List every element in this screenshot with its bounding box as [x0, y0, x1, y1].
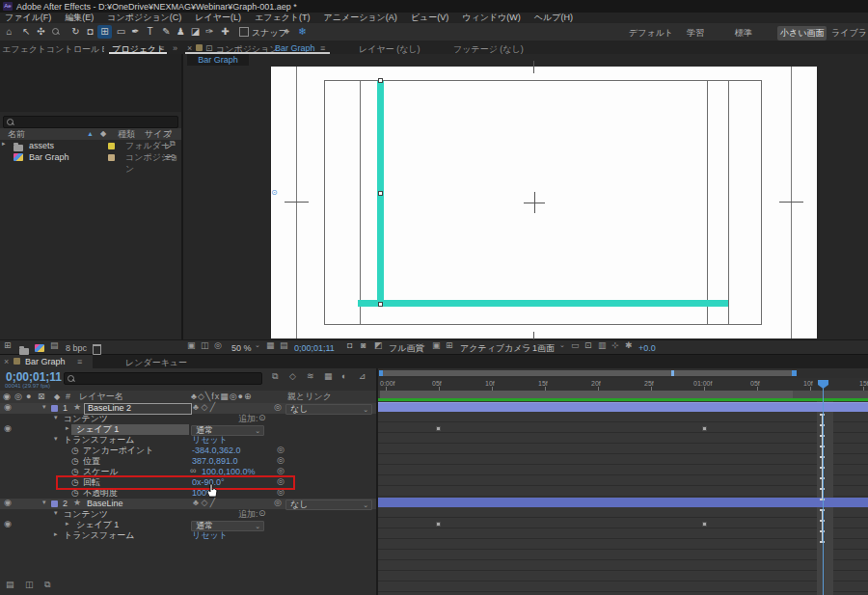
viewer-comp-tab[interactable]: Bar Graph: [187, 54, 249, 66]
channel-icon[interactable]: ◩: [374, 341, 383, 350]
project-row-bar-graph[interactable]: Bar Graph コンポジション 29: [0, 151, 181, 163]
keyframe[interactable]: [702, 426, 707, 431]
twirl-down-icon[interactable]: ▾: [54, 509, 58, 516]
eye-icon[interactable]: ◉: [4, 520, 12, 528]
property-row-anchor[interactable]: ◷ アンカーポイント -384.0,362.0 ◎: [0, 446, 376, 456]
reset-link[interactable]: リセット: [192, 435, 228, 446]
timeline-tab-active[interactable]: × Bar Graph ≡: [0, 355, 93, 368]
project-flowchart-icon[interactable]: ⊞: [4, 341, 12, 350]
composition-mini-flowchart-icon[interactable]: ⧉: [272, 372, 278, 381]
main-viewer-icon[interactable]: ◫: [201, 341, 209, 350]
camera-tool-icon[interactable]: ◘: [83, 25, 97, 39]
type-tool-icon[interactable]: T: [143, 25, 157, 39]
property-row-scale[interactable]: ◷ スケール ∞ 100.0,100.0% ◎: [0, 467, 376, 477]
graph-include-icon[interactable]: ◎: [277, 488, 285, 497]
layer-label-color[interactable]: [51, 405, 58, 412]
graph-frame-line[interactable]: [296, 67, 297, 338]
selection-handle[interactable]: [378, 191, 383, 196]
navigator-start-handle[interactable]: [379, 370, 383, 376]
keyframe[interactable]: [436, 426, 441, 431]
workspace-tab-learn[interactable]: 学習: [687, 27, 704, 40]
layer-switches-icons[interactable]: ♣ ◇ ╱: [193, 403, 215, 412]
frame-blending-icon[interactable]: ▦: [324, 372, 333, 381]
playhead-line[interactable]: [823, 382, 824, 595]
flowchart-button-icon[interactable]: ⊹: [611, 341, 619, 350]
twirl-down-icon[interactable]: ▾: [54, 435, 58, 442]
time-navigator-bar[interactable]: [380, 370, 795, 376]
share-frame-icon[interactable]: ◎: [214, 341, 222, 350]
selection-handle[interactable]: [378, 302, 383, 307]
layout-chevron-icon[interactable]: ⌄: [559, 341, 565, 348]
pick-whip-icon[interactable]: ◎: [274, 499, 282, 507]
navigator-end-handle[interactable]: [792, 370, 797, 376]
color-depth-icon[interactable]: ▤: [50, 341, 59, 350]
pick-whip-icon[interactable]: ◎: [274, 403, 282, 412]
pen-tool-icon[interactable]: ✒: [128, 25, 143, 39]
pan-behind-tool-icon[interactable]: ⊞: [97, 25, 112, 39]
sort-ascending-icon[interactable]: ▲: [87, 128, 94, 140]
workspace-tab-small-screen[interactable]: 小さい画面: [777, 26, 827, 41]
current-timecode[interactable]: 0;00;01;11: [6, 370, 62, 384]
rotation-tool-icon[interactable]: ↻: [68, 25, 83, 39]
add-property-icon[interactable]: ⊙: [258, 509, 266, 518]
expand-inout-icon[interactable]: ⧉: [44, 581, 50, 589]
property-value[interactable]: 387.0,891.0: [192, 456, 238, 467]
label-color-swatch[interactable]: [108, 143, 115, 149]
project-row-assets[interactable]: ▸ assets フォルダー ⧉: [0, 140, 181, 151]
twirl-right-icon[interactable]: ▸: [66, 424, 69, 431]
graph-include-icon[interactable]: ◎: [277, 477, 285, 486]
quality-dropdown[interactable]: フル画質: [389, 341, 423, 355]
group-row-transform[interactable]: ▸ トランスフォーム リセット: [0, 530, 376, 541]
hide-shy-layers-icon[interactable]: ≋: [307, 372, 314, 381]
more-tabs-chevron-icon[interactable]: »: [173, 43, 177, 53]
pixel-aspect-icon[interactable]: ▭: [571, 341, 580, 350]
work-area-bar[interactable]: [380, 391, 793, 398]
home-tool-icon[interactable]: ⌂: [2, 25, 16, 39]
audio-column-icon[interactable]: ◎: [14, 391, 22, 403]
graph-editor-icon[interactable]: ⊿: [359, 372, 366, 381]
trash-icon[interactable]: [93, 344, 101, 355]
property-value[interactable]: 100.0,100.0%: [202, 467, 256, 477]
reset-link[interactable]: リセット: [192, 530, 228, 541]
workspace-tab-default[interactable]: デフォルト: [629, 27, 673, 40]
bit-depth-label[interactable]: 8 bpc: [66, 341, 87, 355]
layer-switches-icons[interactable]: ♣ ◇ ╱: [193, 499, 215, 507]
layer1-duration-bar[interactable]: [378, 402, 868, 412]
new-comp-icon[interactable]: [35, 344, 44, 352]
graph-inner-line[interactable]: [728, 80, 729, 325]
timeline-search-input[interactable]: [64, 372, 262, 385]
eye-icon[interactable]: ◉: [4, 403, 12, 412]
label-column-icon[interactable]: ◆: [100, 128, 106, 140]
quality-chevron-icon[interactable]: ⌄: [420, 341, 426, 348]
workspace-tab-standard[interactable]: 標準: [735, 27, 752, 40]
shape-row[interactable]: ◉ ▸ シェイプ 1 通常⌄: [0, 424, 376, 435]
graph-include-icon[interactable]: ◎: [277, 467, 285, 475]
twirl-right-icon[interactable]: ▸: [54, 530, 58, 537]
mask-feather-icon[interactable]: ⌖: [280, 25, 294, 39]
selection-handle[interactable]: [378, 78, 383, 83]
group-row-contents[interactable]: ▾ コンテンツ 追加: ⊙: [0, 414, 376, 424]
snap-checkbox[interactable]: [239, 27, 249, 37]
puppet-pin-tool-icon[interactable]: ✚: [218, 25, 232, 39]
zoom-tool-icon[interactable]: [48, 25, 63, 39]
project-search-input[interactable]: [3, 116, 178, 128]
panel-menu-icon[interactable]: ≡: [77, 355, 82, 368]
graph-frame-line[interactable]: [791, 67, 792, 338]
viewer-timecode[interactable]: 0;00;01;11: [294, 341, 335, 355]
grid-guides-icon[interactable]: ▦: [266, 341, 275, 350]
keyframe[interactable]: [702, 522, 707, 527]
selection-tool-icon[interactable]: ↖: [19, 25, 34, 39]
layer-label-color[interactable]: [51, 500, 58, 507]
hand-tool-icon[interactable]: ✣: [34, 25, 48, 39]
motion-blur-icon[interactable]: ◐: [341, 372, 346, 381]
layer2-duration-bar[interactable]: [378, 498, 868, 507]
exposure-value[interactable]: +0.0: [638, 341, 656, 355]
new-folder-icon[interactable]: [19, 348, 29, 355]
eraser-tool-icon[interactable]: ◪: [188, 25, 203, 39]
shape-row[interactable]: ◉ ▸ シェイプ 1 通常⌄: [0, 520, 376, 530]
layer-row-baseline[interactable]: ◉ ▾ 2 ★ BaseLine ♣ ◇ ╱ ◎ なし⌄: [0, 499, 376, 509]
close-icon[interactable]: ×: [4, 355, 9, 368]
graph-include-icon[interactable]: ◎: [277, 446, 285, 454]
region-of-interest-icon[interactable]: ▣: [432, 341, 441, 350]
stopwatch-icon[interactable]: ◷: [71, 446, 79, 456]
